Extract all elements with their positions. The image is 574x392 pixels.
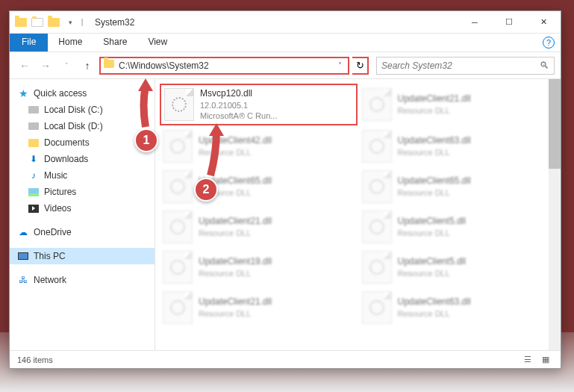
file-item[interactable]: UpdateClient21.dll Resource DLL	[359, 84, 557, 125]
forward-button[interactable]: →	[37, 57, 54, 75]
file-name: UpdateClient5.dll	[398, 256, 466, 268]
callout-2: 2	[194, 178, 218, 202]
maximize-button[interactable]: ☐	[492, 11, 526, 34]
sidebar-item-documents[interactable]: Documents	[10, 134, 155, 151]
file-meta: Resource DLL	[398, 228, 466, 238]
dll-icon	[164, 88, 194, 121]
file-name: UpdateClient19.dll	[199, 256, 272, 268]
dll-icon	[163, 291, 193, 324]
item-count: 146 items	[17, 355, 53, 364]
file-name: UpdateClient21.dll	[398, 93, 471, 105]
view-tab[interactable]: View	[137, 34, 178, 52]
details-view-button[interactable]: ☰	[520, 354, 535, 366]
file-name: Msvcp120.dll	[200, 88, 277, 100]
folder-icon	[14, 16, 28, 29]
help-icon[interactable]: ?	[543, 37, 555, 49]
dll-icon	[362, 211, 392, 243]
sidebar-item-music[interactable]: ♪Music	[10, 167, 155, 184]
file-meta: Resource DLL	[398, 147, 471, 158]
file-item[interactable]: UpdateClient5.dll Resource DLL	[359, 208, 557, 246]
explorer-window: ▾ | System32 ─ ☐ ✕ File Home Share View …	[9, 10, 561, 369]
dll-icon	[362, 291, 392, 324]
sidebar-item-pictures[interactable]: Pictures	[10, 184, 155, 200]
status-bar: 146 items ☰ ▦	[10, 350, 561, 368]
search-input[interactable]	[381, 60, 540, 71]
window-title: System32	[95, 17, 134, 28]
file-item[interactable]: UpdateClient5.dll Resource DLL	[359, 248, 557, 287]
back-button[interactable]: ←	[16, 57, 34, 75]
dll-icon	[362, 251, 392, 284]
network-header[interactable]: 🖧Network	[10, 272, 155, 288]
titlebar: ▾ | System32 ─ ☐ ✕	[10, 11, 561, 34]
ribbon: File Home Share View ?	[10, 34, 561, 52]
music-icon: ♪	[28, 169, 40, 181]
onedrive-header[interactable]: ☁OneDrive	[10, 224, 155, 240]
scrollbar[interactable]	[549, 79, 561, 350]
navigation-bar: ← → ˅ ↑ C:\Windows\System32 ˅ ↻ 🔍︎	[10, 52, 561, 79]
disk-icon	[28, 104, 40, 116]
file-item[interactable]: UpdateClient65.dll Resource DLL	[359, 167, 557, 206]
annotation-arrow-1	[127, 75, 164, 134]
pc-icon	[17, 250, 29, 262]
sidebar-item-downloads[interactable]: ⬇Downloads	[10, 151, 155, 167]
file-item[interactable]: Msvcp120.dll 12.0.21005.1 MicrosoftA® C …	[160, 84, 358, 125]
share-tab[interactable]: Share	[93, 34, 137, 52]
file-meta: Resource DLL	[398, 187, 471, 198]
dll-icon	[163, 211, 193, 243]
dll-icon	[362, 88, 392, 121]
close-button[interactable]: ✕	[526, 11, 561, 34]
file-item[interactable]: UpdateClient19.dll Resource DLL	[160, 248, 358, 287]
file-name: UpdateClient63.dll	[398, 135, 471, 147]
file-meta: Resource DLL	[199, 228, 272, 238]
sidebar-item-videos[interactable]: Videos	[10, 200, 155, 217]
callout-1: 1	[134, 128, 158, 152]
file-name: UpdateClient21.dll	[199, 296, 272, 308]
file-meta: Resource DLL	[398, 268, 466, 279]
dll-icon	[163, 130, 193, 163]
home-tab[interactable]: Home	[48, 34, 93, 52]
icons-view-button[interactable]: ▦	[538, 354, 553, 366]
file-item[interactable]: UpdateClient42.dll Resource DLL	[160, 127, 358, 166]
star-icon: ★	[17, 87, 29, 99]
file-item[interactable]: UpdateClient65.dll Resource DLL	[160, 167, 358, 206]
file-meta: Resource DLL	[398, 308, 471, 319]
scrollbar-thumb[interactable]	[549, 79, 561, 169]
file-item[interactable]: UpdateClient63.dll Resource DLL	[359, 288, 557, 327]
video-icon	[28, 202, 40, 214]
file-name: UpdateClient21.dll	[199, 216, 272, 228]
search-icon[interactable]: 🔍︎	[540, 60, 549, 71]
file-meta: Resource DLL	[199, 268, 272, 279]
file-tab[interactable]: File	[10, 34, 48, 52]
properties-icon[interactable]	[31, 16, 44, 29]
file-meta: Resource DLL	[199, 308, 272, 319]
file-meta: 12.0.21005.1	[200, 100, 277, 111]
network-icon: 🖧	[17, 274, 29, 286]
address-dropdown-icon[interactable]: ˅	[335, 61, 345, 69]
dll-icon	[362, 170, 392, 203]
svg-marker-1	[209, 123, 224, 136]
file-name: UpdateClient5.dll	[398, 216, 466, 228]
minimize-button[interactable]: ─	[458, 11, 492, 34]
folder-icon	[104, 60, 116, 72]
customize-qat-icon[interactable]: ▾	[63, 16, 77, 29]
address-text[interactable]: C:\Windows\System32	[119, 60, 335, 71]
annotation-arrow-2	[196, 119, 233, 183]
dll-icon	[163, 251, 193, 284]
onedrive-icon: ☁	[17, 226, 29, 238]
dll-icon	[163, 170, 193, 203]
this-pc-header[interactable]: This PC	[10, 248, 155, 264]
new-folder-icon[interactable]	[47, 16, 60, 29]
dll-icon	[362, 130, 392, 163]
recent-dropdown[interactable]: ˅	[57, 57, 75, 75]
refresh-button[interactable]: ↻	[352, 57, 369, 75]
search-box[interactable]: 🔍︎	[376, 57, 555, 75]
up-button[interactable]: ↑	[78, 57, 96, 75]
file-item[interactable]: UpdateClient63.dll Resource DLL	[359, 127, 557, 166]
address-bar[interactable]: C:\Windows\System32 ˅	[99, 57, 349, 75]
svg-marker-0	[138, 78, 153, 91]
picture-icon	[28, 186, 40, 198]
file-item[interactable]: UpdateClient21.dll Resource DLL	[160, 288, 358, 327]
file-meta: Resource DLL	[398, 105, 471, 116]
file-name: UpdateClient63.dll	[398, 296, 471, 308]
file-item[interactable]: UpdateClient21.dll Resource DLL	[160, 208, 358, 246]
